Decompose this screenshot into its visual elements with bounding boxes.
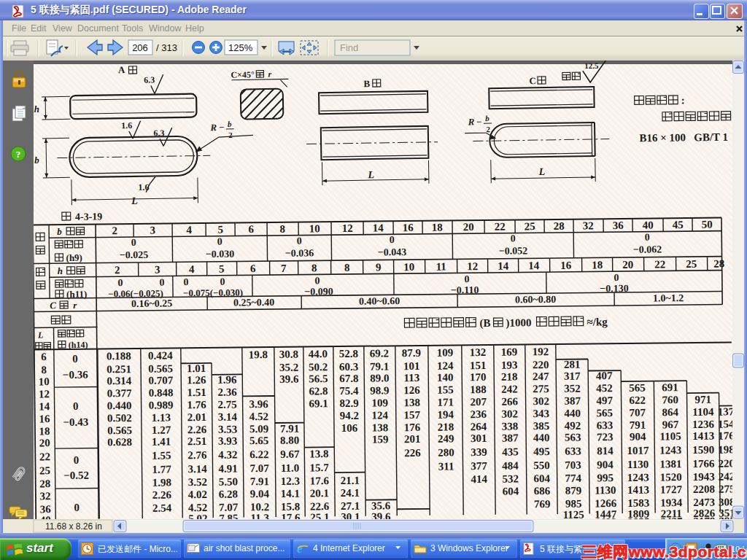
svg-text:339: 339 (471, 446, 487, 458)
svg-text:4: 4 (189, 263, 195, 275)
svg-text:25: 25 (525, 220, 535, 232)
svg-text:60.3: 60.3 (339, 361, 358, 373)
svg-text:0: 0 (74, 502, 80, 513)
svg-text:11.68 x 8.26 in: 11.68 x 8.26 in (45, 521, 102, 532)
svg-text:94.2: 94.2 (340, 410, 359, 421)
svg-text:995: 995 (597, 472, 614, 483)
svg-text:171: 171 (437, 396, 454, 408)
svg-text:1767: 1767 (718, 429, 732, 441)
svg-text:1381: 1381 (659, 458, 681, 470)
svg-text:0: 0 (117, 277, 123, 288)
svg-text:12.5: 12.5 (584, 61, 599, 70)
svg-text:218: 218 (438, 421, 454, 432)
svg-text:16: 16 (560, 260, 572, 271)
svg-text:0.16~0.25: 0.16~0.25 (131, 298, 172, 309)
svg-text:264: 264 (471, 421, 487, 432)
svg-text:8: 8 (279, 223, 285, 235)
svg-text:b: b (34, 155, 39, 166)
svg-text:28: 28 (39, 478, 50, 489)
svg-text:50.2: 50.2 (309, 361, 328, 373)
svg-text:0.989: 0.989 (149, 399, 174, 411)
svg-text:302: 302 (533, 395, 549, 407)
svg-text:11.3: 11.3 (250, 512, 269, 519)
svg-text:194: 194 (437, 408, 454, 420)
svg-text:622: 622 (629, 394, 646, 406)
svg-text:109: 109 (371, 397, 388, 408)
svg-text:1981: 1981 (718, 443, 732, 455)
svg-text:1766: 1766 (692, 458, 715, 470)
svg-text:1266: 1266 (595, 497, 617, 509)
svg-text:7.07: 7.07 (249, 462, 269, 474)
svg-text:C: C (529, 75, 536, 86)
svg-text:10: 10 (403, 261, 414, 273)
svg-text:r: r (268, 69, 271, 79)
svg-text:52.8: 52.8 (339, 348, 358, 359)
svg-text:19.8: 19.8 (249, 349, 268, 360)
svg-text:)1000: )1000 (506, 316, 531, 329)
svg-text:3081: 3081 (719, 496, 732, 508)
svg-text:0: 0 (183, 276, 188, 287)
svg-text:188: 188 (470, 384, 487, 395)
svg-text:1.26: 1.26 (187, 374, 206, 386)
svg-text:0: 0 (314, 275, 320, 286)
svg-text:75.4: 75.4 (339, 385, 359, 397)
svg-text:22: 22 (654, 258, 665, 270)
svg-text:109: 109 (437, 346, 454, 358)
svg-text:218: 218 (501, 371, 518, 383)
svg-text:82.9: 82.9 (339, 397, 358, 409)
svg-text:4-3-19: 4-3-19 (75, 211, 102, 222)
svg-text:7.85: 7.85 (219, 513, 238, 519)
svg-text:R: R (209, 122, 217, 133)
svg-text:317: 317 (564, 370, 581, 382)
svg-text:2.26: 2.26 (152, 489, 172, 500)
svg-text:R: R (467, 116, 474, 127)
svg-text:0.628: 0.628 (107, 436, 132, 448)
svg-text:201: 201 (404, 433, 421, 445)
svg-text:5.02: 5.02 (188, 513, 207, 519)
svg-text:3.53: 3.53 (218, 424, 237, 435)
svg-text:1.77: 1.77 (152, 463, 171, 475)
svg-text:1583: 1583 (627, 497, 649, 509)
svg-text:12: 12 (342, 222, 353, 234)
svg-text:1130: 1130 (595, 484, 616, 496)
svg-text:157: 157 (403, 409, 420, 421)
svg-text:0.424: 0.424 (148, 349, 173, 361)
svg-text:25.1: 25.1 (310, 511, 329, 519)
svg-text:2211: 2211 (661, 508, 682, 519)
svg-text:565: 565 (596, 407, 613, 419)
svg-text:4.02: 4.02 (188, 489, 207, 500)
svg-text:1371: 1371 (718, 405, 732, 417)
svg-text:4.52: 4.52 (188, 502, 207, 513)
svg-text:1130: 1130 (627, 459, 649, 470)
svg-text:769: 769 (534, 498, 551, 510)
svg-text:124: 124 (437, 359, 454, 371)
svg-text:30.1: 30.1 (341, 511, 360, 519)
svg-text:1727: 1727 (660, 483, 683, 495)
svg-text:6.22: 6.22 (249, 448, 268, 460)
svg-text:e: e (297, 542, 303, 556)
svg-text:(h14): (h14) (69, 340, 88, 350)
svg-text:35.6: 35.6 (371, 499, 391, 511)
svg-text:387: 387 (564, 395, 581, 407)
svg-text:2.51: 2.51 (187, 435, 206, 447)
svg-text:1.01: 1.01 (187, 362, 206, 374)
svg-text:1934: 1934 (660, 497, 683, 508)
svg-text:879: 879 (565, 485, 582, 497)
svg-text:2203: 2203 (718, 457, 732, 469)
svg-text:18: 18 (432, 222, 443, 233)
svg-text:452: 452 (596, 382, 613, 394)
svg-text:−0.043: −0.043 (378, 246, 407, 257)
svg-text:−: − (219, 122, 225, 133)
svg-text:207: 207 (470, 396, 487, 408)
svg-text:1243: 1243 (627, 472, 649, 483)
svg-text:2: 2 (486, 125, 490, 133)
svg-text:2.26: 2.26 (187, 424, 207, 435)
svg-text:0.60~0.80: 0.60~0.80 (515, 294, 556, 306)
svg-text:302: 302 (501, 408, 518, 420)
svg-text:0.440: 0.440 (107, 400, 132, 411)
svg-text:C: C (50, 300, 56, 311)
svg-text:2826: 2826 (693, 508, 716, 519)
svg-text:−0.062: −0.062 (633, 244, 662, 254)
svg-text:6.3: 6.3 (144, 74, 155, 85)
svg-text:352: 352 (564, 383, 581, 394)
